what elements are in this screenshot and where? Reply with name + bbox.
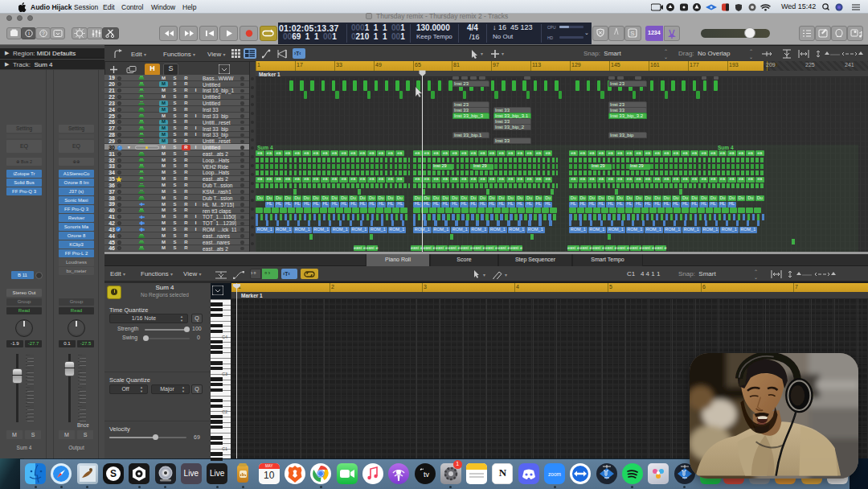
svg-text:S: S: [630, 30, 634, 37]
svg-text:?: ?: [42, 31, 45, 36]
svg-text:tv: tv: [424, 471, 430, 479]
svg-text:i: i: [28, 31, 30, 36]
